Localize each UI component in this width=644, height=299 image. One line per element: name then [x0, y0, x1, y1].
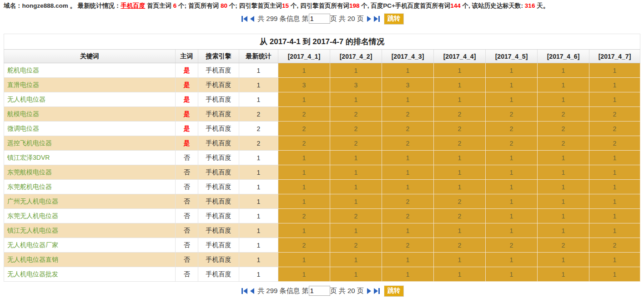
rank-cell: 2	[486, 122, 538, 136]
table-row: 舵机电位器是手机百度11111111	[4, 63, 640, 78]
rank-cell: 1	[589, 194, 640, 209]
rank-cell: 1	[486, 194, 538, 209]
pagination-info-suffix: 页 共 20 页	[330, 15, 366, 22]
rank-cell: 1	[382, 92, 434, 107]
keyword-link[interactable]: 东莞舵机电位器	[4, 180, 176, 194]
rank-cell: 1	[486, 165, 538, 180]
rank-cell: 1	[538, 180, 589, 194]
latest-stat-cell: 1	[239, 92, 278, 107]
keyword-link[interactable]: 镇江无人机电位器	[4, 223, 176, 238]
page-number-input[interactable]	[309, 14, 330, 24]
stats-segment: 天。	[535, 2, 549, 9]
latest-stat-cell: 1	[239, 267, 278, 282]
latest-stat-cell: 1	[239, 180, 278, 194]
first-page-icon[interactable]	[241, 16, 248, 22]
rank-cell: 2	[434, 209, 486, 223]
stats-segment: hongze888.com	[22, 2, 68, 9]
rank-cell: 1	[382, 165, 434, 180]
rank-cell: 2	[434, 136, 486, 151]
jump-button[interactable]: 跳转	[384, 13, 404, 25]
main-word-cell: 否	[176, 209, 198, 223]
engine-cell: 手机百度	[198, 223, 239, 238]
rank-cell: 2	[382, 194, 434, 209]
table-row: 无人机电位器直销否手机百度11111111	[4, 253, 640, 267]
rank-cell: 1	[278, 151, 330, 165]
table-row: 镇江无人机电位器否手机百度11111111	[4, 223, 640, 238]
stats-segment: 144	[450, 2, 461, 9]
rank-cell: 1	[434, 92, 486, 107]
column-header-0: 关键词	[4, 50, 176, 63]
next-page-icon[interactable]	[367, 16, 372, 22]
rank-cell: 2	[278, 209, 330, 223]
rank-cell: 1	[589, 209, 640, 223]
keyword-link[interactable]: 航模电位器	[4, 107, 176, 122]
rank-cell: 1	[538, 78, 589, 92]
stats-segment: 80	[221, 2, 227, 9]
keyword-link[interactable]: 无人机电位器厂家	[4, 238, 176, 253]
column-header-6: [2017_4_3]	[382, 50, 434, 63]
keyword-link[interactable]: 无人机电位器直销	[4, 253, 176, 267]
engine-link[interactable]: 手机百度	[121, 2, 145, 9]
keyword-link[interactable]: 东莞航模电位器	[4, 165, 176, 180]
table-title-row: 从 2017-4-1 到 2017-4-7 的排名情况	[4, 34, 640, 50]
main-word-cell: 否	[176, 253, 198, 267]
stats-segment: 个; 四引擎首页主词	[227, 2, 282, 9]
rank-cell: 1	[589, 78, 640, 92]
rank-cell: 1	[330, 92, 382, 107]
rank-cell: 1	[486, 92, 538, 107]
rank-cell: 2	[589, 107, 640, 122]
rank-cell: 1	[486, 78, 538, 92]
rank-cell: 2	[589, 136, 640, 151]
prev-page-icon[interactable]	[250, 16, 255, 22]
rank-cell: 1	[589, 151, 640, 165]
engine-cell: 手机百度	[198, 238, 239, 253]
first-page-icon[interactable]	[241, 288, 248, 294]
latest-stat-cell: 1	[239, 238, 278, 253]
table-row: 微调电位器是手机百度22222222	[4, 122, 640, 136]
rank-cell: 1	[434, 267, 486, 282]
engine-cell: 手机百度	[198, 107, 239, 122]
rank-cell: 1	[382, 63, 434, 78]
pagination-top: 共 299 条信息 第页 共 20 页 跳转	[0, 13, 644, 25]
rank-cell: 1	[330, 223, 382, 238]
rank-cell: 2	[330, 136, 382, 151]
last-page-icon[interactable]	[373, 288, 380, 294]
keyword-link[interactable]: 广州无人机电位器	[4, 194, 176, 209]
rank-cell: 1	[589, 253, 640, 267]
rank-cell: 2	[434, 238, 486, 253]
table-row: 东莞无人机电位器否手机百度12222111	[4, 209, 640, 223]
keyword-link[interactable]: 舵机电位器	[4, 63, 176, 78]
main-word-cell: 否	[176, 238, 198, 253]
last-page-icon[interactable]	[373, 16, 380, 22]
keyword-link[interactable]: 直滑电位器	[4, 78, 176, 92]
table-row: 航模电位器是手机百度22222222	[4, 107, 640, 122]
latest-stat-cell: 1	[239, 63, 278, 78]
keyword-link[interactable]: 东莞无人机电位器	[4, 209, 176, 223]
engine-cell: 手机百度	[198, 267, 239, 282]
main-word-cell: 否	[176, 165, 198, 180]
rank-cell: 2	[538, 122, 589, 136]
rank-cell: 2	[434, 107, 486, 122]
rank-cell: 1	[434, 180, 486, 194]
rank-cell: 1	[486, 63, 538, 78]
rank-cell: 1	[434, 165, 486, 180]
keyword-link[interactable]: 无人机电位器	[4, 92, 176, 107]
table-row: 直滑电位器是手机百度13331111	[4, 78, 640, 92]
page-number-input[interactable]	[309, 286, 330, 296]
next-page-icon[interactable]	[367, 288, 372, 294]
prev-page-icon[interactable]	[250, 288, 255, 294]
rank-cell: 1	[434, 151, 486, 165]
jump-button[interactable]: 跳转	[384, 285, 404, 297]
rank-cell: 1	[278, 92, 330, 107]
keyword-link[interactable]: 镇江宏泽3DVR	[4, 151, 176, 165]
column-header-2: 搜索引擎	[198, 50, 239, 63]
keyword-link[interactable]: 遥控飞机电位器	[4, 136, 176, 151]
main-word-cell: 是	[176, 63, 198, 78]
keyword-link[interactable]: 微调电位器	[4, 122, 176, 136]
rank-cell: 2	[278, 238, 330, 253]
stats-segment: 最新统计情况：	[78, 2, 121, 9]
keyword-link[interactable]: 无人机电位器批发	[4, 267, 176, 282]
main-word-cell: 否	[176, 223, 198, 238]
rank-cell: 2	[330, 209, 382, 223]
rank-cell: 2	[434, 122, 486, 136]
